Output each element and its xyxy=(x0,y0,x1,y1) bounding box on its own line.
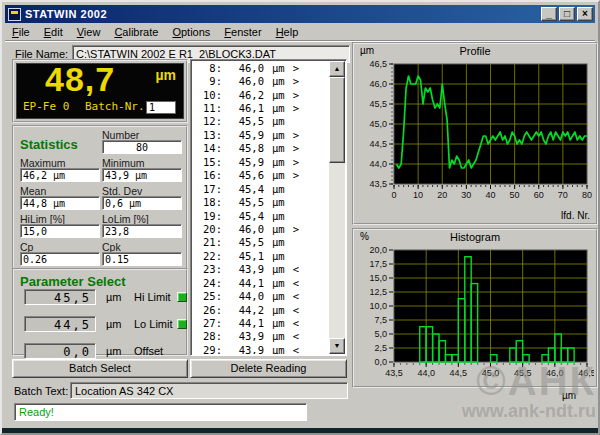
reading-row[interactable]: 14:45,8µm> xyxy=(192,142,329,155)
reading-value: 46,0 xyxy=(230,223,264,235)
reading-index: 20: xyxy=(192,223,222,235)
menu-item-calibrate[interactable]: Calibrate xyxy=(107,24,165,40)
svg-text:20,0: 20,0 xyxy=(369,245,387,255)
reading-row[interactable]: 28:43,9µm< xyxy=(192,330,329,343)
reading-index: 13: xyxy=(192,129,222,141)
reading-value: 45,9 xyxy=(230,156,264,168)
reading-index: 9: xyxy=(192,75,222,87)
stat-value-field: 23,8 xyxy=(102,224,182,238)
scrollbar-thumb[interactable] xyxy=(329,77,345,163)
reading-row[interactable]: 20:46,0µm> xyxy=(192,222,329,235)
param-label: Hi Limit xyxy=(134,291,171,303)
histogram-chart: 43,544,044,545,045,546,046,50,02,55,07,5… xyxy=(354,244,596,390)
reading-index: 12: xyxy=(192,115,222,127)
reading-row[interactable]: 27:44,1µm< xyxy=(192,316,329,329)
reading-value: 45,8 xyxy=(230,142,264,154)
window-title: STATWIN 2002 xyxy=(25,8,107,20)
reading-unit: µm xyxy=(272,75,285,87)
reading-value: 45,4 xyxy=(230,183,264,195)
scrollbar-up-icon[interactable]: ▲ xyxy=(329,61,345,77)
reading-row[interactable]: 26:44,2µm< xyxy=(192,303,329,316)
reading-limit-flag: < xyxy=(293,344,299,354)
readings-scrollbar[interactable]: ▲ ▼ xyxy=(329,61,345,354)
reading-value: 46,2 xyxy=(230,89,264,101)
batch-text-label: Batch Text: xyxy=(14,385,68,397)
menu-item-file[interactable]: File xyxy=(5,24,37,40)
close-button[interactable]: × xyxy=(577,7,593,21)
reading-row[interactable]: 19:45,4µm xyxy=(192,209,329,222)
stat-value-field: 0.15 xyxy=(102,252,182,266)
reading-row[interactable]: 12:45,5µm xyxy=(192,115,329,128)
histogram-chart-panel: % Histogram 43,544,044,545,045,546,046,5… xyxy=(352,228,598,388)
svg-text:45,0: 45,0 xyxy=(369,119,387,129)
menu-item-edit[interactable]: Edit xyxy=(37,24,70,40)
reading-row[interactable]: 21:45,5µm xyxy=(192,236,329,249)
batch-text-field[interactable]: Location AS 342 CX xyxy=(70,382,348,399)
limit-led-indicator[interactable] xyxy=(177,292,187,302)
param-unit-label: µm xyxy=(106,318,122,330)
svg-text:15,0: 15,0 xyxy=(369,273,387,283)
limit-led-indicator[interactable] xyxy=(177,319,187,329)
reading-value: 45,9 xyxy=(230,129,264,141)
lo-limit-field[interactable]: 44,5 xyxy=(24,316,96,332)
hi-limit-field[interactable]: 45,5 xyxy=(24,289,96,305)
maximize-button[interactable]: □ xyxy=(559,7,575,21)
stat-value-field: 44,8 µm xyxy=(20,196,100,210)
reading-row[interactable]: 25:44,0µm< xyxy=(192,289,329,302)
reading-unit: µm xyxy=(272,129,285,141)
param-label: Offset xyxy=(134,345,163,357)
menu-item-options[interactable]: Options xyxy=(165,24,217,40)
reading-row[interactable]: 15:45,9µm> xyxy=(192,155,329,168)
svg-text:44,0: 44,0 xyxy=(417,368,435,378)
reading-row[interactable]: 29:43,9µm< xyxy=(192,343,329,354)
reading-value: 44,0 xyxy=(230,290,264,302)
svg-text:80: 80 xyxy=(582,190,592,200)
reading-limit-flag: > xyxy=(293,169,299,181)
svg-text:0,0: 0,0 xyxy=(374,357,387,367)
menu-item-help[interactable]: Help xyxy=(269,24,306,40)
reading-unit: µm xyxy=(272,304,285,316)
number-field: 80 xyxy=(102,140,182,154)
reading-row[interactable]: 22:45,1µm xyxy=(192,249,329,262)
reading-row[interactable]: 18:45,5µm xyxy=(192,195,329,208)
reading-row[interactable]: 9:46,0µm> xyxy=(192,74,329,87)
reading-row[interactable]: 13:45,9µm> xyxy=(192,128,329,141)
scrollbar-down-icon[interactable]: ▼ xyxy=(329,338,345,354)
readings-listbox[interactable]: 8:46,0µm>9:46,0µm>10:46,2µm>11:46,1µm>12… xyxy=(190,59,347,356)
svg-text:44,0: 44,0 xyxy=(369,159,387,169)
reading-index: 17: xyxy=(192,183,222,195)
app-icon[interactable] xyxy=(8,8,21,21)
svg-text:12,5: 12,5 xyxy=(369,287,387,297)
histogram-chart-title: Histogram xyxy=(354,231,596,243)
reading-row[interactable]: 23:43,9µm< xyxy=(192,263,329,276)
reading-index: 24: xyxy=(192,277,222,289)
reading-value: 44,2 xyxy=(230,304,264,316)
reading-row[interactable]: 17:45,4µm xyxy=(192,182,329,195)
offset-field[interactable]: 0,0 xyxy=(24,343,96,359)
reading-index: 28: xyxy=(192,330,222,342)
reading-unit: µm xyxy=(272,115,285,127)
parameter-select-title: Parameter Select xyxy=(20,274,126,289)
reading-index: 25: xyxy=(192,290,222,302)
delete-reading-button[interactable]: Delete Reading xyxy=(190,359,347,378)
reading-row[interactable]: 11:46,1µm> xyxy=(192,101,329,114)
menu-item-fenster[interactable]: Fenster xyxy=(217,24,268,40)
reading-row[interactable]: 8:46,0µm> xyxy=(192,61,329,74)
batch-number-field[interactable]: 1 xyxy=(146,101,176,114)
reading-row[interactable]: 10:46,2µm> xyxy=(192,88,329,101)
batch-select-button[interactable]: Batch Select xyxy=(12,359,188,378)
profile-x-axis-label: lfd. Nr. xyxy=(561,210,590,221)
reading-index: 18: xyxy=(192,196,222,208)
reading-limit-flag: < xyxy=(293,290,299,302)
title-bar[interactable]: STATWIN 2002 _ □ × xyxy=(5,5,595,23)
profile-chart-panel: µm Profile 0102030405060708043,544,044,5… xyxy=(352,42,598,225)
reading-unit: µm xyxy=(272,102,285,114)
reading-row[interactable]: 24:44,1µm< xyxy=(192,276,329,289)
reading-unit: µm xyxy=(272,344,285,354)
menu-item-view[interactable]: View xyxy=(70,24,108,40)
minimize-button[interactable]: _ xyxy=(541,7,557,21)
reading-limit-flag: < xyxy=(293,317,299,329)
reading-row[interactable]: 16:45,6µm> xyxy=(192,169,329,182)
lcd-screen: 48,7 µm EP-Fe 0 Batch-Nr.: 1 xyxy=(16,63,184,119)
svg-text:44,5: 44,5 xyxy=(369,139,387,149)
